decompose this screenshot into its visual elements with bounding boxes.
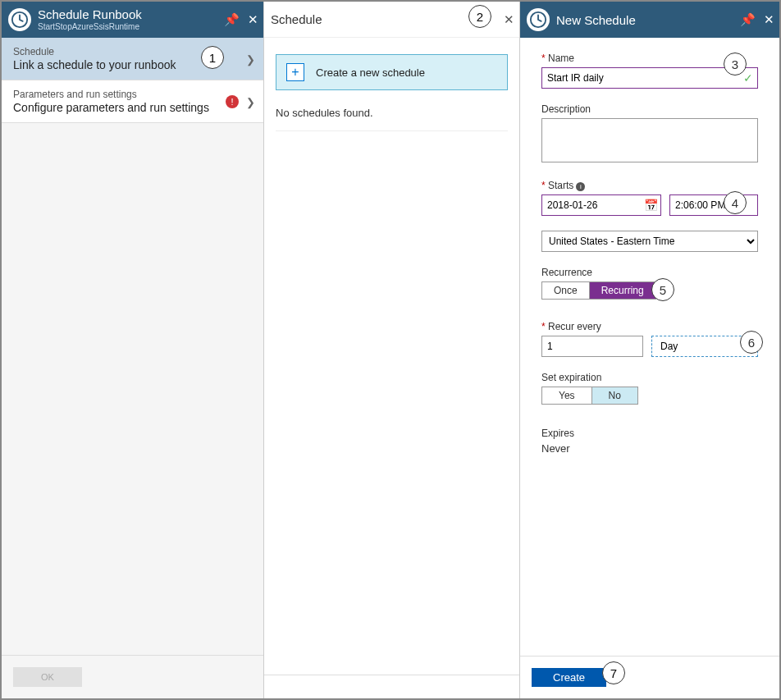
create-button[interactable]: Create [532, 668, 606, 687]
timezone-select[interactable]: United States - Eastern Time [541, 231, 758, 252]
info-icon[interactable]: i [576, 182, 585, 191]
panel-new-schedule: New Schedule 📌 ✕ Name ✓ 3 Description St [520, 2, 779, 698]
chevron-right-icon: ❯ [246, 95, 255, 108]
pin-icon[interactable]: 📌 [224, 12, 240, 27]
start-date-input[interactable] [541, 194, 661, 216]
expiration-yes[interactable]: Yes [542, 387, 591, 404]
new-schedule-form: Name ✓ 3 Description Startsi 📅 [520, 38, 779, 484]
name-input[interactable] [541, 67, 738, 89]
recurrence-once[interactable]: Once [542, 282, 589, 299]
panel2-footer [264, 675, 519, 698]
nav-schedule-large: Link a schedule to your runbook [13, 58, 252, 71]
expiration-toggle: Yes No [541, 387, 638, 405]
expires-value: Never [541, 442, 758, 455]
close-icon[interactable]: ✕ [504, 12, 514, 27]
start-time-input[interactable] [669, 194, 758, 216]
panel-schedule-runbook: Schedule Runbook StartStopAzureSsisRunti… [2, 2, 264, 698]
panel1-subtitle: StartStopAzureSsisRuntime [38, 22, 142, 31]
checkmark-icon: ✓ [738, 67, 758, 89]
nav-params-small: Parameters and run settings [13, 89, 252, 100]
expiration-no[interactable]: No [591, 387, 637, 404]
no-schedules-text: No schedules found. [276, 107, 508, 131]
create-schedule-button[interactable]: + Create a new schedule 2 [276, 54, 508, 90]
panel3-title: New Schedule [556, 13, 636, 27]
panel1-title: Schedule Runbook [38, 8, 142, 22]
nav-params-large: Configure parameters and run settings [13, 101, 252, 114]
panel2-title: Schedule [271, 12, 322, 26]
alert-icon: ! [226, 95, 239, 108]
panel3-footer: Create 7 [520, 656, 779, 698]
nav-parameters[interactable]: Parameters and run settings Configure pa… [2, 80, 263, 123]
panel1-header: Schedule Runbook StartStopAzureSsisRunti… [2, 2, 263, 38]
description-input[interactable] [541, 118, 758, 162]
panel3-header: New Schedule 📌 ✕ [520, 2, 779, 38]
description-label: Description [541, 103, 758, 115]
recurrence-recurring[interactable]: Recurring [589, 282, 655, 299]
starts-label: Startsi [541, 180, 758, 191]
panel1-footer: OK [2, 655, 263, 698]
nav-schedule-small: Schedule [13, 46, 252, 57]
recurrence-toggle: Once Recurring [541, 281, 656, 300]
clock-icon [8, 8, 31, 31]
close-icon[interactable]: ✕ [764, 12, 774, 27]
panel2-header: Schedule ✕ [264, 2, 519, 38]
expires-label: Expires [541, 428, 758, 439]
recur-unit-select[interactable]: Day [651, 336, 758, 357]
plus-icon: + [286, 63, 304, 81]
recur-number-input[interactable] [541, 336, 643, 357]
close-icon[interactable]: ✕ [248, 12, 258, 27]
name-label: Name [541, 53, 758, 64]
recurrence-label: Recurrence [541, 267, 758, 278]
nav-schedule[interactable]: Schedule Link a schedule to your runbook… [2, 38, 263, 80]
pin-icon[interactable]: 📌 [740, 12, 756, 27]
create-schedule-label: Create a new schedule [316, 66, 425, 79]
panel-schedule: Schedule ✕ + Create a new schedule 2 No … [264, 2, 520, 698]
clock-icon [527, 8, 550, 31]
ok-button: OK [13, 667, 82, 687]
chevron-right-icon: ❯ [246, 53, 255, 65]
recur-every-label: Recur every [541, 321, 758, 332]
set-expiration-label: Set expiration [541, 372, 758, 383]
